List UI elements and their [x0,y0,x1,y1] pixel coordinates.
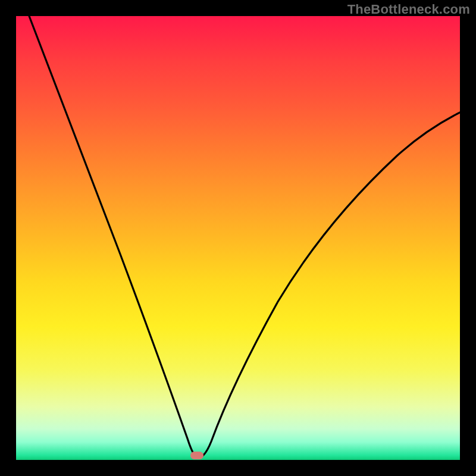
watermark-text: TheBottleneck.com [347,2,470,17]
curve-path [29,16,460,458]
chart-frame: TheBottleneck.com [0,0,476,476]
bottleneck-curve [16,16,460,460]
chart-plot-area [16,16,460,460]
optimal-point-marker [190,452,203,459]
